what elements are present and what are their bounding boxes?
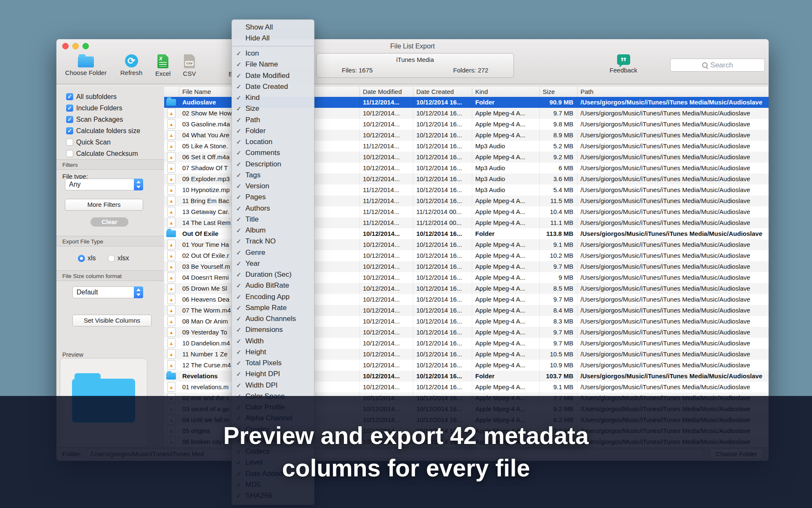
menu-item-tags[interactable]: ✓Tags: [232, 170, 314, 181]
menu-item-path[interactable]: ✓Path: [232, 115, 314, 126]
menu-item-authors[interactable]: ✓Authors: [232, 203, 314, 214]
menu-item-year[interactable]: ✓Year: [232, 258, 314, 269]
column-header-kind[interactable]: Kind: [472, 87, 540, 97]
menu-item-date-created[interactable]: ✓Date Created: [232, 81, 314, 92]
options-sidebar: ✓All subfolders✓Include Folders✓Scan Pac…: [56, 87, 165, 447]
audio-file-icon: ▲: [167, 218, 176, 227]
feedback-toolbar-button[interactable]: ” Feedback: [607, 54, 640, 79]
cell-size: 10.5 MB: [540, 349, 578, 360]
cell-path: /Users/giorgos/Music/iTunes/iTunes Media…: [578, 327, 769, 338]
menu-item-location[interactable]: ✓Location: [232, 136, 314, 147]
cell-kind: Apple Mpeg-4 A...: [472, 294, 540, 305]
column-header-date-modified[interactable]: Date Modified: [360, 87, 413, 97]
cell-size: 5.4 MB: [540, 184, 578, 195]
menu-item-label: Pages: [245, 193, 266, 201]
menu-item-audio-bitrate[interactable]: ✓Audio BitRate: [232, 280, 314, 291]
cell-date-modified: 10/12/2014...: [360, 327, 413, 338]
xls-radio[interactable]: xls: [78, 254, 96, 262]
caption-line-1: Preview and export 42 metadata: [0, 420, 812, 452]
cell-date-modified: 10/12/2014...: [360, 261, 413, 272]
csv-export-toolbar-button[interactable]: csv CSV: [173, 54, 206, 79]
menu-item-hide-all[interactable]: Hide All: [232, 33, 314, 44]
column-header-date-created[interactable]: Date Created: [413, 87, 472, 97]
size-format-select[interactable]: Default: [72, 286, 143, 298]
search-input[interactable]: Search: [670, 59, 765, 72]
refresh-toolbar-button[interactable]: ⟳ Refresh: [114, 54, 148, 79]
menu-item-version[interactable]: ✓Version: [232, 181, 314, 192]
checkmark-icon: ✓: [236, 50, 245, 57]
menu-item-label: Width DPI: [245, 381, 278, 390]
cell-path: /Users/giorgos/Music/iTunes/iTunes Media…: [578, 250, 769, 261]
audio-file-icon: ▲: [167, 360, 176, 370]
menu-item-description[interactable]: ✓Description: [232, 159, 314, 170]
cell-path: /Users/giorgos/Music/iTunes/iTunes Media…: [578, 338, 769, 349]
checkbox-all-subfolders[interactable]: ✓All subfolders: [66, 91, 117, 102]
menu-item-duration-sec-[interactable]: ✓Duration (Sec): [232, 269, 314, 280]
menu-item-comments[interactable]: ✓Comments: [232, 147, 314, 158]
cell-size: 10.4 MB: [540, 206, 578, 217]
menu-item-width[interactable]: ✓Width: [232, 336, 314, 347]
cell-path: /Users/giorgos/Music/iTunes/iTunes Media…: [578, 305, 769, 316]
checkbox-label: Calculate Checksum: [76, 150, 138, 158]
column-header-path[interactable]: Path: [578, 87, 769, 97]
menu-item-size[interactable]: ✓Size: [232, 103, 314, 114]
cell-size: 90.9 MB: [540, 97, 578, 108]
checkbox-include-folders[interactable]: ✓Include Folders: [66, 102, 122, 114]
file-size-format-section-header: File Size column format: [56, 270, 164, 281]
menu-item-album[interactable]: ✓Album: [232, 225, 314, 236]
checkbox-calculate-checksum[interactable]: Calculate Checksum: [66, 148, 138, 159]
checkbox-quick-scan[interactable]: Quick Scan: [66, 136, 111, 148]
menu-item-title[interactable]: ✓Title: [232, 214, 314, 225]
menu-item-encoding-app[interactable]: ✓Encoding App: [232, 291, 314, 302]
menu-item-label: Track NO: [245, 237, 276, 246]
cell-size: 9.7 MB: [540, 338, 578, 349]
radio-label: xlsx: [117, 254, 129, 262]
cell-date-created: 10/12/2014 16...: [413, 174, 472, 184]
audio-file-icon: ▲: [167, 273, 176, 282]
checkbox-label: Calculate folders size: [76, 127, 140, 135]
cell-size: 9.8 MB: [540, 119, 578, 130]
menu-item-label: Location: [245, 138, 272, 146]
clear-filters-button[interactable]: Clear: [91, 217, 128, 227]
scan-summary-box: iTunes Media Files: 1675 Folders: 272: [316, 53, 514, 78]
file-type-select[interactable]: Any: [65, 179, 143, 190]
checkmark-icon: ✓: [236, 282, 245, 289]
set-visible-columns-button[interactable]: Set Visible Columns: [72, 315, 152, 326]
menu-item-dimensions[interactable]: ✓Dimensions: [232, 324, 314, 335]
checkbox-checked-icon: ✓: [66, 116, 73, 123]
choose-folder-toolbar-button[interactable]: Choose Folder: [65, 54, 107, 79]
menu-item-file-name[interactable]: ✓File Name: [232, 59, 314, 70]
menu-item-icon[interactable]: ✓Icon: [232, 48, 314, 59]
cell-path: /Users/giorgos/Music/iTunes/iTunes Media…: [578, 195, 769, 206]
cell-kind: Apple Mpeg-4 A...: [472, 217, 540, 228]
toolbar-item-label: Excel: [155, 70, 171, 77]
menu-item-folder[interactable]: ✓Folder: [232, 126, 314, 136]
column-header-size[interactable]: Size: [540, 87, 578, 97]
checkmark-icon: ✓: [236, 271, 245, 278]
xlsx-radio[interactable]: xlsx: [108, 254, 129, 262]
menu-item-genre[interactable]: ✓Genre: [232, 247, 314, 258]
column-header-icon[interactable]: [164, 87, 179, 97]
menu-item-label: Kind: [245, 94, 260, 102]
menu-item-date-modified[interactable]: ✓Date Modified: [232, 70, 314, 81]
menu-item-label: File Name: [245, 60, 278, 69]
menu-item-width-dpi[interactable]: ✓Width DPI: [232, 380, 314, 391]
menu-item-sample-rate[interactable]: ✓Sample Rate: [232, 302, 314, 313]
radio-unselected-icon: [108, 255, 115, 262]
menu-item-total-pixels[interactable]: ✓Total Pixels: [232, 358, 314, 369]
menu-item-height[interactable]: ✓Height: [232, 347, 314, 358]
menu-item-track-no[interactable]: ✓Track NO: [232, 236, 314, 247]
cell-date-created: 10/12/2014 16...: [413, 250, 472, 261]
checkmark-icon: ✓: [236, 149, 245, 157]
menu-item-audio-channels[interactable]: ✓Audio Channels: [232, 313, 314, 324]
checkmark-icon: ✓: [236, 193, 245, 201]
menu-item-label: Folder: [245, 127, 266, 135]
more-filters-button[interactable]: More Filters: [65, 199, 143, 211]
cell-path: /Users/giorgos/Music/iTunes/iTunes Media…: [578, 294, 769, 305]
menu-item-pages[interactable]: ✓Pages: [232, 192, 314, 203]
menu-item-height-dpi[interactable]: ✓Height DPI: [232, 369, 314, 380]
checkbox-scan-packages[interactable]: ✓Scan Packages: [66, 114, 123, 125]
menu-item-kind[interactable]: ✓Kind: [232, 92, 314, 103]
checkbox-calculate-folders-size[interactable]: ✓Calculate folders size: [66, 125, 140, 136]
menu-item-show-all[interactable]: Show All: [232, 22, 314, 33]
